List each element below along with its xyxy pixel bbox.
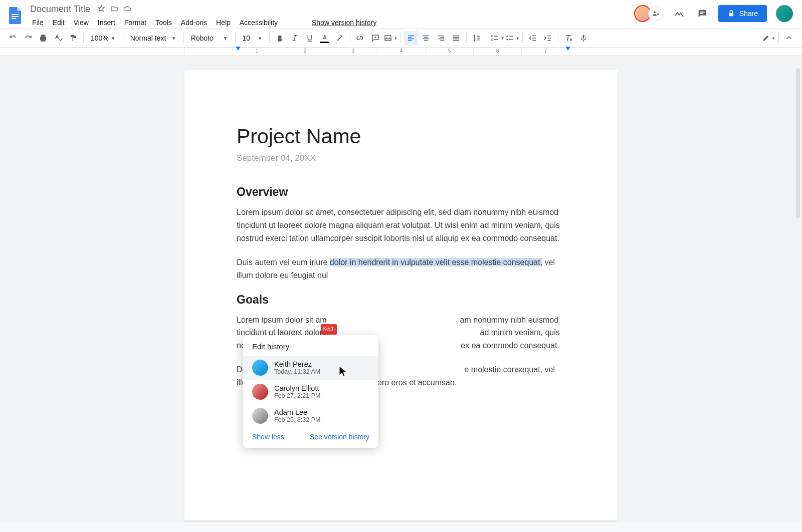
spellcheck-button[interactable] [51, 31, 65, 45]
svg-rect-9 [492, 39, 493, 41]
share-button[interactable]: Share [718, 5, 767, 22]
edit-history-popover: Edit history Keith Perez Today, 11:32 AM… [243, 335, 378, 448]
document-title[interactable]: Document Title [28, 3, 92, 16]
align-center-button[interactable] [419, 31, 433, 45]
activity-icon[interactable] [672, 7, 686, 21]
svg-rect-1 [12, 16, 19, 17]
editor-name: Adam Lee [274, 408, 320, 416]
text-color-button[interactable] [318, 31, 332, 45]
paint-format-button[interactable] [66, 31, 80, 45]
svg-point-10 [507, 36, 508, 37]
menu-edit[interactable]: Edit [49, 17, 69, 29]
voice-typing-button[interactable] [576, 31, 590, 45]
overview-paragraph-2[interactable]: Duis autem vel eum iriure dolor in hendr… [237, 256, 565, 282]
insert-comment-button[interactable] [368, 31, 382, 45]
comments-icon[interactable] [695, 7, 709, 21]
font-size-select[interactable]: 10▼ [239, 31, 267, 45]
align-left-button[interactable] [404, 31, 418, 45]
main-menu: File Edit View Insert Format Tools Add-o… [28, 17, 630, 29]
font-select[interactable]: Roboto▼ [187, 31, 232, 45]
editor-name: Keith Perez [274, 360, 320, 368]
doc-heading[interactable]: Project Name [237, 125, 565, 148]
svg-rect-8 [492, 36, 493, 37]
svg-rect-4 [657, 14, 659, 15]
svg-rect-0 [12, 14, 19, 15]
editor-time: Today, 11:32 AM [274, 368, 320, 375]
presence-icon[interactable] [648, 6, 663, 21]
share-label: Share [739, 10, 758, 18]
menu-insert[interactable]: Insert [94, 17, 119, 29]
svg-rect-7 [385, 36, 391, 41]
page[interactable]: Project Name September 04, 20XX Overview… [184, 70, 618, 520]
menu-tools[interactable]: Tools [151, 17, 176, 29]
print-button[interactable] [36, 31, 50, 45]
editor-avatar [252, 360, 268, 376]
svg-rect-5 [700, 12, 704, 13]
vertical-scrollbar[interactable] [795, 65, 801, 526]
mouse-cursor-icon [339, 366, 348, 380]
highlight-color-button[interactable] [333, 31, 347, 45]
menu-help[interactable]: Help [212, 17, 235, 29]
edit-history-item[interactable]: Carolyn Elliott Feb 27, 2:21 PM [243, 380, 378, 404]
header-right: Share [634, 3, 796, 22]
toolbar: 100%▼ Normal text▼ Roboto▼ 10▼ ▼ ▼ ▼ ▼ [0, 29, 802, 48]
checklist-button[interactable]: ▼ [490, 31, 504, 45]
menu-accessibility[interactable]: Accessibility [236, 17, 282, 29]
align-right-button[interactable] [434, 31, 448, 45]
svg-rect-6 [700, 13, 703, 14]
menu-file[interactable]: File [28, 17, 48, 29]
svg-rect-12 [583, 35, 584, 39]
account-avatar[interactable] [776, 5, 793, 22]
underline-button[interactable] [303, 31, 317, 45]
editor-name: Carolyn Elliott [274, 384, 320, 392]
insert-link-button[interactable] [353, 31, 367, 45]
titlebar: Document Title File Edit View Insert For… [6, 3, 796, 29]
undo-button[interactable] [6, 31, 20, 45]
canvas: Project Name September 04, 20XX Overview… [0, 56, 802, 522]
editor-avatar [252, 384, 268, 400]
edit-history-item[interactable]: Adam Lee Feb 25, 8:32 PM [243, 404, 378, 428]
section-goals-title[interactable]: Goals [237, 293, 565, 307]
menu-format[interactable]: Format [120, 17, 150, 29]
editor-avatar [252, 408, 268, 424]
line-spacing-button[interactable] [470, 31, 484, 45]
redo-button[interactable] [21, 31, 35, 45]
cloud-status-icon[interactable] [123, 5, 131, 15]
zoom-select[interactable]: 100%▼ [87, 31, 120, 45]
bullet-list-button[interactable]: ▼ [505, 31, 519, 45]
svg-point-3 [654, 11, 656, 13]
ruler[interactable]: 1 2 3 4 5 6 7 [0, 48, 802, 56]
doc-date[interactable]: September 04, 20XX [237, 153, 565, 163]
svg-rect-2 [12, 18, 16, 19]
insert-image-button[interactable]: ▼ [383, 31, 397, 45]
section-overview-title[interactable]: Overview [237, 185, 565, 199]
increase-indent-button[interactable] [541, 31, 555, 45]
show-version-history-link[interactable]: Show version history [308, 17, 380, 29]
star-icon[interactable] [97, 5, 105, 15]
popover-title: Edit history [243, 342, 378, 356]
svg-point-11 [507, 39, 508, 41]
highlighted-text[interactable]: dolor in hendrerit in vulputate velit es… [330, 258, 542, 267]
menu-addons[interactable]: Add-ons [177, 17, 211, 29]
decrease-indent-button[interactable] [526, 31, 540, 45]
italic-button[interactable] [288, 31, 302, 45]
lock-icon [727, 10, 735, 18]
menu-view[interactable]: View [70, 17, 93, 29]
align-justify-button[interactable] [449, 31, 463, 45]
bold-button[interactable] [273, 31, 287, 45]
docs-logo-icon[interactable] [6, 3, 24, 27]
editor-time: Feb 27, 2:21 PM [274, 392, 320, 399]
see-version-history-link[interactable]: See version history [310, 433, 369, 441]
collapse-toolbar-button[interactable] [782, 31, 796, 45]
move-folder-icon[interactable] [110, 5, 118, 15]
overview-paragraph-1[interactable]: Lorem ipsum dolor sit amet, consectetuer… [237, 206, 565, 245]
editor-time: Feb 25, 8:32 PM [274, 416, 320, 423]
paragraph-style-select[interactable]: Normal text▼ [126, 31, 180, 45]
show-less-link[interactable]: Show less [252, 433, 284, 441]
edit-history-item[interactable]: Keith Perez Today, 11:32 AM [243, 356, 378, 380]
editing-mode-button[interactable]: ▼ [761, 31, 775, 45]
app-header: Document Title File Edit View Insert For… [0, 0, 802, 29]
clear-formatting-button[interactable] [561, 31, 575, 45]
